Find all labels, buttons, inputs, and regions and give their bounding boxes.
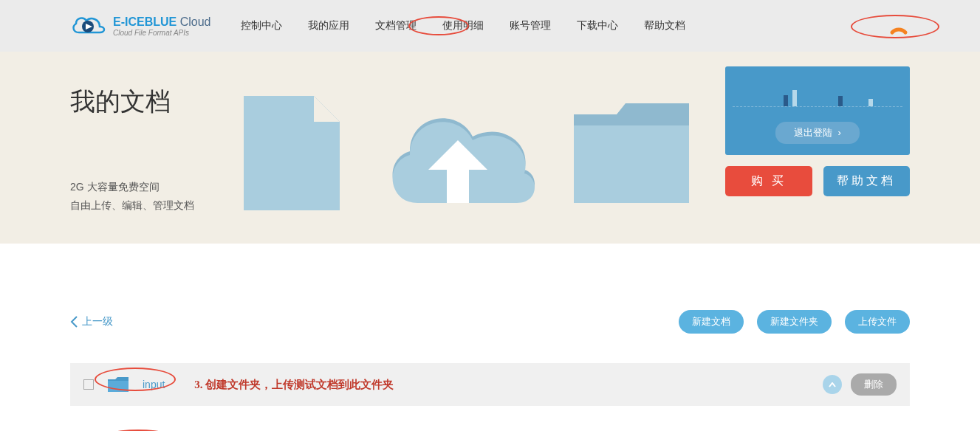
back-link[interactable]: 上一级 [70, 315, 113, 328]
folder-icon [107, 376, 129, 393]
back-label: 上一级 [82, 315, 113, 328]
buy-button[interactable]: 购 买 [725, 166, 812, 196]
folder-icon [565, 89, 698, 214]
folder-name[interactable]: input [143, 379, 165, 390]
nav-my-apps[interactable]: 我的应用 [308, 19, 349, 32]
table-row: input 3. 创建文件夹，上传测试文档到此文件夹 删除 [70, 363, 910, 406]
delete-button[interactable]: 删除 [851, 373, 897, 396]
cloud-logo-icon [70, 12, 107, 40]
nav-download-center[interactable]: 下载中心 [577, 19, 618, 32]
hero-section: 我的文档 2G 大容量免费空间 自由上传、编辑、管理文档 [0, 52, 980, 244]
hero-illustrations [233, 74, 698, 229]
nav-control-center[interactable]: 控制中心 [241, 19, 282, 32]
row-checkbox[interactable] [83, 379, 94, 390]
table-row: output 4. 创建文件夹，用于存放输出的结果文档 删除 [70, 427, 910, 431]
nav-account-management[interactable]: 账号管理 [510, 19, 551, 32]
page-title: 我的文档 [70, 85, 233, 119]
main-nav: 控制中心 我的应用 文档管理 使用明细 账号管理 下载中心 帮助文档 [241, 19, 888, 32]
logo-subtitle: Cloud File Format APIs [113, 29, 211, 37]
logo-title: E-ICEBLUE [113, 15, 177, 28]
nav-doc-management[interactable]: 文档管理 [375, 19, 417, 32]
new-doc-button[interactable]: 新建文档 [679, 310, 744, 334]
document-icon [233, 85, 351, 218]
logout-button[interactable]: 退出登陆 › [775, 122, 860, 144]
chevron-left-icon [70, 316, 78, 328]
logo[interactable]: E-ICEBLUE Cloud Cloud File Format APIs [70, 12, 211, 40]
nav-usage-details[interactable]: 使用明细 [442, 19, 484, 32]
cloud-upload-icon [377, 85, 539, 218]
new-folder-button[interactable]: 新建文件夹 [757, 310, 832, 334]
hero-desc-line2: 自由上传、编辑、管理文档 [70, 196, 233, 215]
file-list-section: 上一级 新建文档 新建文件夹 上传文件 input 3. 创建文件夹，上传测试文… [0, 244, 980, 431]
user-avatar-icon[interactable] [888, 15, 910, 37]
usage-chart: 退出登陆 › [725, 66, 910, 155]
upload-file-button[interactable]: 上传文件 [845, 310, 910, 334]
expand-button[interactable] [823, 375, 842, 394]
nav-help-docs[interactable]: 帮助文档 [644, 19, 685, 32]
hero-desc-line1: 2G 大容量免费空间 [70, 178, 233, 196]
chevron-up-icon [829, 382, 836, 387]
logo-cloud: Cloud [180, 15, 211, 28]
help-doc-button[interactable]: 帮助文档 [823, 166, 911, 196]
header-bar: E-ICEBLUE Cloud Cloud File Format APIs 控… [0, 0, 980, 52]
annotation-input: 3. 创建文件夹，上传测试文档到此文件夹 [194, 378, 394, 392]
hero-description: 2G 大容量免费空间 自由上传、编辑、管理文档 [70, 178, 233, 215]
